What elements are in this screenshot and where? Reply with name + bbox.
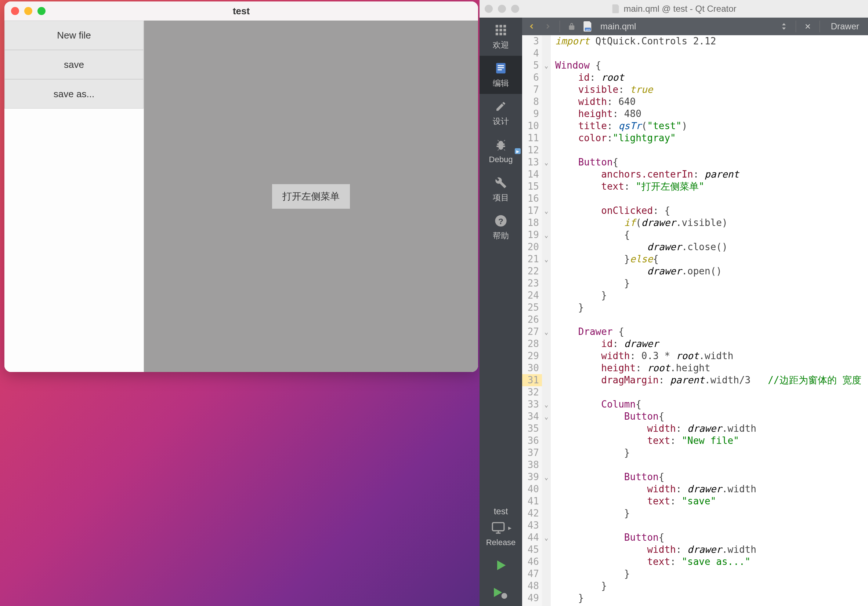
qtc-titlebar[interactable]: main.qml @ test - Qt Creator [479,0,868,18]
code-line[interactable]: 6 id: root [522,71,868,83]
minimize-window-button[interactable] [24,7,32,15]
code-line[interactable]: 35 width: drawer.width [522,423,868,435]
fold-indicator[interactable] [542,435,551,447]
code-line[interactable]: 19⌄ { [522,229,868,241]
fold-indicator[interactable] [542,132,551,144]
fold-indicator[interactable] [542,181,551,193]
drawer-item-save[interactable]: save [5,50,144,79]
code-line[interactable]: 23 } [522,277,868,289]
kit-selector[interactable]: test ▸ Release [479,503,522,552]
fold-indicator[interactable] [542,423,551,435]
file-selector[interactable]: main.qml [597,21,636,32]
code-line[interactable]: 5⌄Window { [522,59,868,71]
code-line[interactable]: 12 [522,144,868,156]
fold-indicator[interactable]: ⌄ [542,253,551,265]
fold-indicator[interactable] [542,507,551,519]
code-line[interactable]: 16 [522,193,868,205]
fold-indicator[interactable] [542,483,551,495]
code-line[interactable]: 8 width: 640 [522,96,868,108]
fold-indicator[interactable] [542,71,551,83]
code-line[interactable]: 4 [522,47,868,59]
fold-indicator[interactable] [542,374,551,386]
mode-debug[interactable]: ▸ Debug [479,132,522,170]
code-line[interactable]: 41 text: "save" [522,495,868,507]
code-line[interactable]: 15 text: "打开左侧菜单" [522,181,868,193]
fold-indicator[interactable] [542,193,551,205]
code-line[interactable]: 11 color:"lightgray" [522,132,868,144]
code-line[interactable]: 49 } [522,592,868,604]
code-line[interactable]: 44⌄ Button{ [522,532,868,544]
fold-indicator[interactable] [542,96,551,108]
code-line[interactable]: 38 [522,459,868,471]
code-line[interactable]: 33⌄ Column{ [522,398,868,410]
code-line[interactable]: 36 text: "New file" [522,435,868,447]
fold-indicator[interactable]: ⌄ [542,205,551,217]
fold-indicator[interactable] [542,519,551,532]
code-line[interactable]: 25 } [522,301,868,314]
file-dropdown-icon[interactable] [777,20,790,33]
code-line[interactable]: 9 height: 480 [522,108,868,120]
code-line[interactable]: 13⌄ Button{ [522,156,868,169]
code-line[interactable]: 22 drawer.open() [522,265,868,277]
code-line[interactable]: 26 [522,314,868,326]
fold-indicator[interactable]: ⌄ [542,326,551,338]
fold-indicator[interactable] [542,108,551,120]
close-window-button[interactable] [485,5,493,13]
mode-welcome[interactable]: 欢迎 [479,18,522,56]
code-line[interactable]: 30 height: root.height [522,362,868,374]
code-line[interactable]: 7 visible: true [522,83,868,96]
code-editor[interactable]: 3import QtQuick.Controls 2.1245⌄Window {… [522,35,868,606]
code-line[interactable]: 40 width: drawer.width [522,483,868,495]
nav-back-button[interactable] [525,20,538,33]
code-line[interactable]: 34⌄ Button{ [522,410,868,423]
code-line[interactable]: 45 width: drawer.width [522,544,868,556]
maximize-window-button[interactable] [37,7,45,15]
nav-forward-button[interactable] [541,20,555,33]
code-line[interactable]: 14 anchors.centerIn: parent [522,169,868,181]
fold-indicator[interactable] [542,277,551,289]
fold-indicator[interactable] [542,120,551,132]
code-line[interactable]: 32 [522,386,868,398]
mode-edit[interactable]: 编辑 [479,56,522,94]
mode-help[interactable]: ? 帮助 [479,208,522,246]
mode-design[interactable]: 设计 [479,94,522,132]
code-line[interactable]: 3import QtQuick.Controls 2.12 [522,35,868,47]
fold-indicator[interactable]: ⌄ [542,410,551,423]
code-line[interactable]: 18 if(drawer.visible) [522,217,868,229]
fold-indicator[interactable] [542,83,551,96]
fold-indicator[interactable] [542,35,551,47]
code-line[interactable]: 50} [522,604,868,606]
code-line[interactable]: 42 } [522,507,868,519]
fold-indicator[interactable] [542,386,551,398]
code-line[interactable]: 48 } [522,580,868,592]
mode-projects[interactable]: 项目 [479,170,522,208]
lock-icon[interactable] [565,20,578,33]
fold-indicator[interactable] [542,544,551,556]
code-line[interactable]: 37 } [522,447,868,459]
minimize-window-button[interactable] [498,5,506,13]
fold-indicator[interactable] [542,169,551,181]
fold-indicator[interactable] [542,314,551,326]
fold-indicator[interactable] [542,592,551,604]
run-button[interactable] [479,552,522,579]
fold-indicator[interactable]: ⌄ [542,471,551,483]
code-line[interactable]: 17⌄ onClicked: { [522,205,868,217]
fold-indicator[interactable] [542,289,551,301]
code-line[interactable]: 31 dragMargin: parent.width/3 //边距为窗体的 宽… [522,374,868,386]
code-line[interactable]: 10 title: qsTr("test") [522,120,868,132]
app-titlebar[interactable]: test [5,2,478,20]
fold-indicator[interactable] [542,338,551,350]
code-line[interactable]: 47 } [522,568,868,580]
code-line[interactable]: 24 } [522,289,868,301]
code-line[interactable]: 39⌄ Button{ [522,471,868,483]
close-editor-button[interactable] [801,20,814,33]
fold-indicator[interactable] [542,362,551,374]
close-window-button[interactable] [11,7,19,15]
drawer-item-new-file[interactable]: New file [5,20,144,50]
code-line[interactable]: 28 id: drawer [522,338,868,350]
maximize-window-button[interactable] [511,5,519,13]
code-line[interactable]: 29 width: 0.3 * root.width [522,350,868,362]
fold-indicator[interactable] [542,447,551,459]
code-line[interactable]: 21⌄ }else{ [522,253,868,265]
fold-indicator[interactable] [542,217,551,229]
